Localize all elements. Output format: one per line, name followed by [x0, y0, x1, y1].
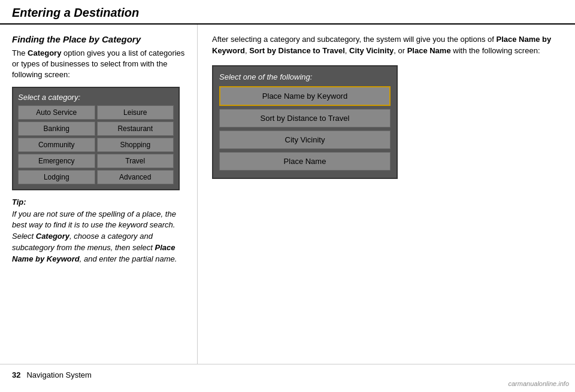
category-shopping[interactable]: Shopping: [97, 138, 174, 152]
right-intro-5: with the following screen:: [451, 46, 540, 55]
footer-nav-system: Navigation System: [26, 370, 91, 379]
category-restaurant[interactable]: Restaurant: [97, 121, 174, 136]
option-place-name-by-keyword[interactable]: Place Name by Keyword: [219, 86, 391, 106]
intro-prefix: The: [12, 48, 28, 57]
tip-text-3: , and enter the partial name.: [80, 254, 177, 263]
page-footer: 32 Navigation System: [0, 364, 575, 385]
section-title: Finding the Place by Category: [12, 34, 185, 44]
option-sort-by-distance[interactable]: Sort by Distance to Travel: [219, 109, 391, 127]
right-intro-bold-2: Sort by Distance to Travel: [249, 46, 345, 55]
category-box-label: Select a category:: [18, 93, 174, 102]
tip-title: Tip:: [12, 197, 185, 206]
right-intro-1: After selecting a category and subcatego…: [212, 35, 497, 44]
category-banking[interactable]: Banking: [18, 121, 95, 136]
selection-box-label: Select one of the following:: [219, 72, 391, 81]
right-intro-paragraph: After selecting a category and subcatego…: [212, 34, 563, 57]
selection-options: Place Name by Keyword Sort by Distance t…: [219, 86, 391, 171]
right-intro-bold-4: Place Name: [407, 46, 451, 55]
footer-page-number: 32: [12, 370, 20, 379]
right-intro-4: , or: [394, 46, 407, 55]
category-lodging[interactable]: Lodging: [18, 170, 95, 184]
category-advanced[interactable]: Advanced: [97, 170, 174, 184]
category-community[interactable]: Community: [18, 138, 95, 152]
right-intro-bold-3: City Vicinity: [349, 46, 394, 55]
tip-bold-1: Category: [36, 232, 69, 241]
intro-paragraph: The Category option gives you a list of …: [12, 48, 185, 81]
page-title: Entering a Destination: [12, 6, 563, 20]
right-intro-3: ,: [345, 46, 349, 55]
category-emergency[interactable]: Emergency: [18, 154, 95, 168]
main-content: Finding the Place by Category The Catego…: [0, 25, 575, 364]
category-auto-service[interactable]: Auto Service: [18, 105, 95, 120]
category-leisure[interactable]: Leisure: [97, 105, 174, 120]
option-place-name[interactable]: Place Name: [219, 152, 391, 171]
category-grid: Auto Service Leisure Banking Restaurant …: [18, 105, 174, 184]
category-travel[interactable]: Travel: [97, 154, 174, 168]
tip-section: Tip: If you are not sure of the spelling…: [12, 197, 185, 265]
option-city-vicinity[interactable]: City Vicinity: [219, 130, 391, 149]
page-header: Entering a Destination: [0, 0, 575, 25]
right-column: After selecting a category and subcatego…: [198, 25, 575, 364]
tip-body: If you are not sure of the spelling of a…: [12, 209, 185, 265]
watermark: carmanualonline.info: [508, 380, 569, 387]
category-selector-box: Select a category: Auto Service Leisure …: [12, 87, 180, 190]
intro-bold: Category: [28, 48, 61, 57]
selection-box: Select one of the following: Place Name …: [212, 65, 398, 179]
left-column: Finding the Place by Category The Catego…: [0, 25, 198, 364]
